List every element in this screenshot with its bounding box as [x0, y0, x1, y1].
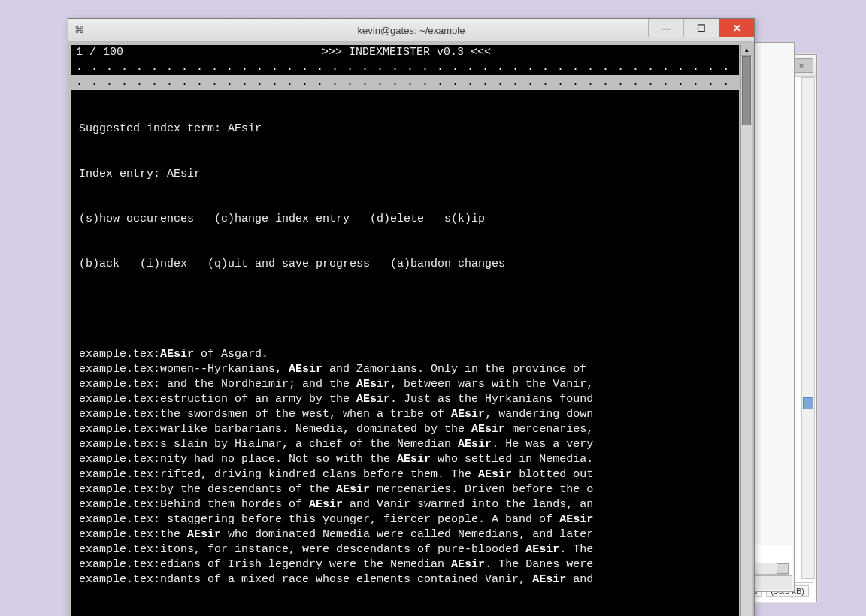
terminal-window: ⌘ kevin@gates: ~/example — ☐ ✕ ▴ ▾ 1 / 1… [68, 18, 755, 616]
scroll-right-button[interactable] [777, 563, 789, 574]
suggested-term: Suggested index term: AEsir [79, 122, 731, 137]
terminal-titlebar[interactable]: ⌘ kevin@gates: ~/example — ☐ ✕ [68, 19, 754, 42]
occurrence-line: example.tex:the swordsmen of the west, w… [79, 407, 731, 422]
window-buttons: — ☐ ✕ [648, 19, 754, 37]
close-button[interactable]: ✕ [719, 19, 754, 37]
occurrence-line: example.tex:warlike barbarians. Nemedia,… [79, 422, 731, 437]
terminal-content[interactable]: 1 / 100 >>> INDEXMEISTER v0.3 <<< . . . … [71, 45, 739, 616]
scrollbar-thumb[interactable] [803, 397, 813, 409]
prompt-panel: Suggested index term: AEsir Index entry:… [71, 90, 739, 616]
progress-counter: 1 / 100 [76, 45, 123, 60]
terminal-icon: ⌘ [74, 24, 86, 36]
occurrence-line: example.tex:women--Hyrkanians, AEsir and… [79, 362, 731, 377]
divider: . . . . . . . . . . . . . . . . . . . . … [71, 60, 739, 75]
occurrence-line: example.tex:estruction of an army by the… [79, 392, 731, 407]
occurrence-line: example.tex:the AEsir who dominated Neme… [79, 527, 731, 542]
scrollbar-thumb[interactable] [742, 56, 751, 125]
menu-row-2[interactable]: (b)ack (i)ndex (q)uit and save progress … [79, 257, 731, 272]
index-entry: Index entry: AEsir [79, 167, 731, 182]
terminal-scrollbar[interactable]: ▴ ▾ [740, 44, 752, 616]
occurrence-line: example.tex:Behind them hordes of AEsir … [79, 497, 731, 512]
divider: . . . . . . . . . . . . . . . . . . . . … [71, 75, 739, 90]
occurrence-line: example.tex:itons, for instance, were de… [79, 542, 731, 557]
occurrence-line: example.tex: and the Nordheimir; and the… [79, 377, 731, 392]
terminal-body: ▴ ▾ 1 / 100 >>> INDEXMEISTER v0.3 <<< . … [68, 42, 754, 616]
menu-row-1[interactable]: (s)how occurences (c)hange index entry (… [79, 212, 731, 227]
occurrence-line: example.tex: staggering before this youn… [79, 512, 731, 527]
minimize-button[interactable]: — [648, 19, 683, 37]
maximize-button[interactable]: ☐ [683, 19, 719, 37]
occurrence-line: example.tex:AEsir of Asgard. [79, 347, 731, 362]
occurrence-line: example.tex:rifted, driving kindred clan… [79, 467, 731, 482]
occurrence-line: example.tex:s slain by Hialmar, a chief … [79, 437, 731, 452]
file-manager-scrollbar[interactable] [801, 77, 815, 579]
occurrence-line: example.tex:edians of Irish legendry wer… [79, 557, 731, 572]
occurrence-line: example.tex:nity had no place. Not so wi… [79, 452, 731, 467]
occurrence-list: example.tex:AEsir of Asgard.example.tex:… [79, 347, 731, 587]
occurrence-line: example.tex:by the descendants of the AE… [79, 482, 731, 497]
app-header: 1 / 100 >>> INDEXMEISTER v0.3 <<< [71, 45, 739, 60]
occurrence-line: example.tex:ndants of a mixed race whose… [79, 572, 731, 587]
scroll-up-button[interactable]: ▴ [741, 44, 752, 56]
app-banner: >>> INDEXMEISTER v0.3 <<< [123, 45, 689, 60]
